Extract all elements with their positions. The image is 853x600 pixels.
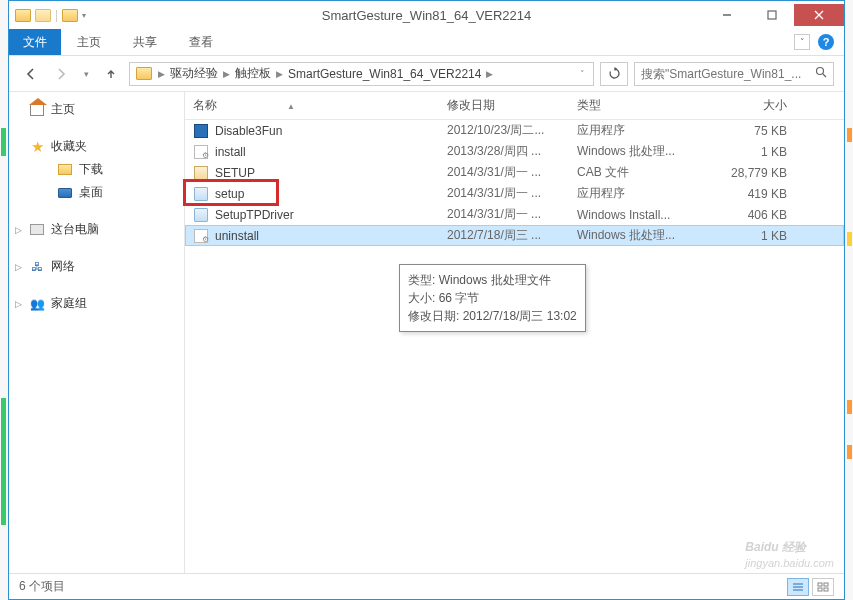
chevron-right-icon[interactable]: ▷ — [15, 299, 22, 309]
tab-home[interactable]: 主页 — [61, 29, 117, 55]
column-size[interactable]: 大小 — [697, 97, 787, 114]
file-size: 1 KB — [697, 229, 787, 243]
qat-divider: | — [55, 8, 58, 22]
breadcrumb-item[interactable]: 触控板 — [232, 65, 274, 82]
chevron-right-icon[interactable]: ▶ — [484, 69, 495, 79]
folder-icon[interactable] — [62, 9, 78, 22]
help-icon[interactable]: ? — [818, 34, 834, 50]
sidebar-item-label: 下载 — [79, 161, 103, 178]
downloads-icon — [58, 164, 72, 175]
file-type: Windows 批处理... — [577, 227, 697, 244]
file-row[interactable]: SetupTPDriver 2014/3/31/周一 ... Windows I… — [185, 204, 844, 225]
titlebar[interactable]: | ▾ SmartGesture_Win81_64_VER2214 — [9, 1, 844, 29]
file-date: 2014/3/31/周一 ... — [447, 206, 577, 223]
batch-icon — [193, 228, 209, 244]
sidebar: 主页 ★收藏夹 下载 桌面 ▷这台电脑 ▷🖧网络 ▷👥家庭组 — [9, 92, 185, 573]
search-icon[interactable] — [815, 66, 827, 81]
file-name: Disable3Fun — [215, 124, 282, 138]
chevron-right-icon[interactable]: ▶ — [274, 69, 285, 79]
sidebar-item-homegroup[interactable]: ▷👥家庭组 — [9, 292, 184, 315]
file-size: 75 KB — [697, 124, 787, 138]
sidebar-item-label: 桌面 — [79, 184, 103, 201]
file-date: 2012/10/23/周二... — [447, 122, 577, 139]
batch-icon — [193, 144, 209, 160]
chevron-right-icon[interactable]: ▶ — [221, 69, 232, 79]
file-type: Windows 批处理... — [577, 143, 697, 160]
sidebar-item-desktop[interactable]: 桌面 — [9, 181, 184, 204]
file-row[interactable]: uninstall 2012/7/18/周三 ... Windows 批处理..… — [185, 225, 844, 246]
explorer-window: | ▾ SmartGesture_Win81_64_VER2214 文件 主页 … — [8, 0, 845, 600]
svg-line-5 — [823, 74, 826, 77]
star-icon: ★ — [29, 139, 45, 155]
column-name[interactable]: 名称▲ — [193, 97, 447, 114]
search-input[interactable] — [634, 62, 834, 86]
file-name: SETUP — [215, 166, 255, 180]
file-name: install — [215, 145, 246, 159]
search-field[interactable] — [641, 67, 811, 81]
file-size: 406 KB — [697, 208, 787, 222]
file-row[interactable]: install 2013/3/28/周四 ... Windows 批处理... … — [185, 141, 844, 162]
close-button[interactable] — [794, 4, 844, 26]
minimize-button[interactable] — [704, 4, 749, 26]
column-type[interactable]: 类型 — [577, 97, 697, 114]
svg-rect-12 — [824, 588, 828, 591]
column-date[interactable]: 修改日期 — [447, 97, 577, 114]
app-icon — [193, 123, 209, 139]
nav-history-dropdown[interactable]: ▾ — [79, 62, 93, 86]
sidebar-item-label: 这台电脑 — [51, 221, 99, 238]
sidebar-item-thispc[interactable]: ▷这台电脑 — [9, 218, 184, 241]
file-list-pane: 名称▲ 修改日期 类型 大小 Disable3Fun 2012/10/23/周二… — [185, 92, 844, 573]
status-item-count: 6 个项目 — [19, 578, 65, 595]
sidebar-item-favorites[interactable]: ★收藏夹 — [9, 135, 184, 158]
file-name: setup — [215, 187, 244, 201]
chevron-right-icon[interactable]: ▷ — [15, 262, 22, 272]
sidebar-item-label: 家庭组 — [51, 295, 87, 312]
file-list[interactable]: Disable3Fun 2012/10/23/周二... 应用程序 75 KB … — [185, 120, 844, 573]
computer-icon — [30, 224, 44, 235]
file-type: Windows Install... — [577, 208, 697, 222]
ribbon-expand-button[interactable]: ˅ — [794, 34, 810, 50]
desktop-icon — [58, 188, 72, 198]
file-row[interactable]: setup 2014/3/31/周一 ... 应用程序 419 KB — [185, 183, 844, 204]
svg-rect-11 — [818, 588, 822, 591]
file-date: 2012/7/18/周三 ... — [447, 227, 577, 244]
file-date: 2014/3/31/周一 ... — [447, 164, 577, 181]
nav-forward-button[interactable] — [49, 62, 73, 86]
ribbon-tabs: 文件 主页 共享 查看 ˅ ? — [9, 29, 844, 56]
sort-indicator-icon: ▲ — [287, 102, 295, 111]
file-size: 28,779 KB — [697, 166, 787, 180]
file-size: 419 KB — [697, 187, 787, 201]
folder-icon[interactable] — [35, 9, 51, 22]
maximize-button[interactable] — [749, 4, 794, 26]
chevron-right-icon[interactable]: ▶ — [156, 69, 167, 79]
sidebar-item-network[interactable]: ▷🖧网络 — [9, 255, 184, 278]
installer-icon — [193, 186, 209, 202]
network-icon: 🖧 — [29, 259, 45, 275]
tab-share[interactable]: 共享 — [117, 29, 173, 55]
tab-view[interactable]: 查看 — [173, 29, 229, 55]
sidebar-item-home[interactable]: 主页 — [9, 98, 184, 121]
breadcrumb[interactable]: ▶ 驱动经验 ▶ 触控板 ▶ SmartGesture_Win81_64_VER… — [129, 62, 594, 86]
view-icons-button[interactable] — [812, 578, 834, 596]
sidebar-item-label: 网络 — [51, 258, 75, 275]
nav-up-button[interactable] — [99, 62, 123, 86]
chevron-right-icon[interactable]: ▷ — [15, 225, 22, 235]
refresh-button[interactable] — [600, 62, 628, 86]
homegroup-icon: 👥 — [29, 296, 45, 312]
tab-file[interactable]: 文件 — [9, 29, 61, 55]
folder-icon — [15, 9, 31, 22]
view-details-button[interactable] — [787, 578, 809, 596]
path-dropdown[interactable]: ˅ — [580, 69, 589, 79]
svg-rect-1 — [768, 11, 776, 19]
breadcrumb-item[interactable]: 驱动经验 — [167, 65, 221, 82]
file-row[interactable]: SETUP 2014/3/31/周一 ... CAB 文件 28,779 KB — [185, 162, 844, 183]
nav-back-button[interactable] — [19, 62, 43, 86]
file-name: uninstall — [215, 229, 259, 243]
file-row[interactable]: Disable3Fun 2012/10/23/周二... 应用程序 75 KB — [185, 120, 844, 141]
tooltip-line: 大小: 66 字节 — [408, 289, 577, 307]
qat-dropdown[interactable]: ▾ — [82, 11, 86, 20]
breadcrumb-item[interactable]: SmartGesture_Win81_64_VER2214 — [285, 67, 484, 81]
installer-icon — [193, 207, 209, 223]
folder-icon — [136, 67, 152, 80]
sidebar-item-downloads[interactable]: 下载 — [9, 158, 184, 181]
